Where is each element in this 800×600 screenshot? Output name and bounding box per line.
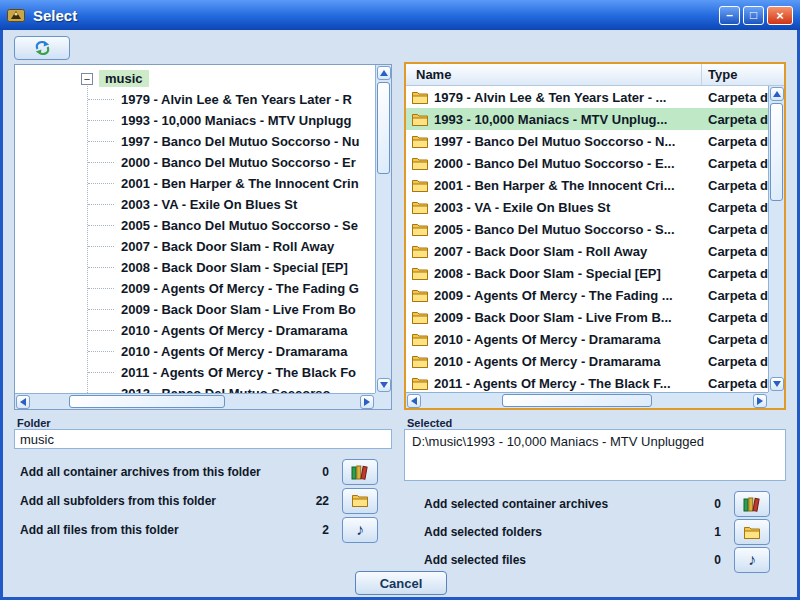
file-type: Carpeta de xyxy=(694,200,768,215)
action-label: Add selected files xyxy=(424,553,691,567)
action-label: Add all subfolders from this folder xyxy=(20,494,299,508)
list-row[interactable]: 2001 - Ben Harper & The Innocent Cri...C… xyxy=(406,174,768,196)
tree-item[interactable]: 2009 - Agents Of Mercy - The Fading G xyxy=(15,278,375,299)
tree-item[interactable]: 2005 - Banco Del Mutuo Soccorso - Se xyxy=(15,215,375,236)
folder-icon xyxy=(406,157,434,170)
column-header-name[interactable]: Name xyxy=(406,64,702,85)
list-row[interactable]: 2010 - Agents Of Mercy - DramaramaCarpet… xyxy=(406,350,768,372)
folder-icon xyxy=(406,223,434,236)
file-type: Carpeta de xyxy=(694,90,768,105)
tree-item[interactable]: 2009 - Back Door Slam - Live From Bo xyxy=(15,299,375,320)
list-row[interactable]: 2008 - Back Door Slam - Special [EP]Carp… xyxy=(406,262,768,284)
tree-item[interactable]: 2000 - Banco Del Mutuo Soccorso - Er xyxy=(15,152,375,173)
action-row: Add all subfolders from this folder22 xyxy=(20,486,378,515)
cancel-button[interactable]: Cancel xyxy=(355,571,447,595)
list-row[interactable]: 2007 - Back Door Slam - Roll AwayCarpeta… xyxy=(406,240,768,262)
minimize-button[interactable]: – xyxy=(719,6,740,25)
list-row[interactable]: 2005 - Banco Del Mutuo Soccorso - S...Ca… xyxy=(406,218,768,240)
arrow-down-icon xyxy=(773,381,781,387)
column-header-type[interactable]: Type xyxy=(702,64,737,85)
tree-item[interactable]: 2010 - Agents Of Mercy - Dramarama xyxy=(15,320,375,341)
add-all-archives-button[interactable] xyxy=(342,459,378,485)
folder-icon xyxy=(406,289,434,302)
add-selected-files-button[interactable]: ♪ xyxy=(734,547,770,573)
scroll-thumb[interactable] xyxy=(377,82,390,174)
list-horizontal-scrollbar[interactable] xyxy=(406,392,768,408)
scroll-left-button[interactable] xyxy=(16,395,30,409)
archive-icon xyxy=(743,496,761,512)
maximize-button[interactable]: □ xyxy=(743,6,764,25)
tree-item[interactable]: 1979 - Alvin Lee & Ten Years Later - R xyxy=(15,89,375,110)
window-controls: – □ × xyxy=(719,6,793,25)
close-icon: × xyxy=(776,9,784,22)
folder-input[interactable] xyxy=(14,429,392,449)
tree-horizontal-scrollbar[interactable] xyxy=(15,393,375,409)
file-type: Carpeta de xyxy=(694,112,768,127)
refresh-button[interactable] xyxy=(14,36,70,60)
folder-icon xyxy=(744,526,760,539)
add-all-files-button[interactable]: ♪ xyxy=(342,517,378,543)
scroll-thumb[interactable] xyxy=(502,394,652,407)
list-row[interactable]: 2011 - Agents Of Mercy - The Black F...C… xyxy=(406,372,768,392)
file-type: Carpeta de xyxy=(694,266,768,281)
tree-item[interactable]: 2012 - Banco Del Mutuo Soccorso xyxy=(15,383,375,393)
arrow-left-icon xyxy=(411,397,417,405)
tree-item[interactable]: 2010 - Agents Of Mercy - Dramarama xyxy=(15,341,375,362)
scroll-left-button[interactable] xyxy=(407,394,421,408)
tree-item[interactable]: 1997 - Banco Del Mutuo Soccorso - Nu xyxy=(15,131,375,152)
add-selected-archives-button[interactable] xyxy=(734,491,770,517)
scroll-right-button[interactable] xyxy=(753,394,767,408)
list-row[interactable]: 2009 - Back Door Slam - Live From B...Ca… xyxy=(406,306,768,328)
tree-item[interactable]: 2007 - Back Door Slam - Roll Away xyxy=(15,236,375,257)
app-icon xyxy=(7,6,27,24)
file-name: 1997 - Banco Del Mutuo Soccorso - N... xyxy=(434,134,694,149)
scroll-down-button[interactable] xyxy=(377,378,391,392)
add-all-subfolders-button[interactable] xyxy=(342,488,378,514)
selected-path-box[interactable]: D:\music\1993 - 10,000 Maniacs - MTV Unp… xyxy=(404,429,786,481)
list-row[interactable]: 2010 - Agents Of Mercy - DramaramaCarpet… xyxy=(406,328,768,350)
file-name: 2010 - Agents Of Mercy - Dramarama xyxy=(434,354,694,369)
scroll-thumb[interactable] xyxy=(770,103,783,201)
list-row[interactable]: 1979 - Alvin Lee & Ten Years Later - ...… xyxy=(406,86,768,108)
action-row: Add selected folders1 xyxy=(424,518,770,546)
file-type: Carpeta de xyxy=(694,222,768,237)
archive-icon xyxy=(351,464,369,480)
list-vertical-scrollbar[interactable] xyxy=(768,86,784,392)
list-header: Name Type xyxy=(406,64,784,86)
scroll-up-button[interactable] xyxy=(377,66,391,80)
tree-vertical-scrollbar[interactable] xyxy=(375,65,391,393)
folder-icon xyxy=(406,377,434,390)
note-icon: ♪ xyxy=(748,552,756,568)
tree-item[interactable]: 2001 - Ben Harper & The Innocent Crin xyxy=(15,173,375,194)
titlebar: Select – □ × xyxy=(0,0,800,30)
tree-item[interactable]: 2003 - VA - Exile On Blues St xyxy=(15,194,375,215)
folder-icon xyxy=(406,113,434,126)
close-button[interactable]: × xyxy=(767,6,793,25)
tree-root[interactable]: − music xyxy=(15,68,375,89)
arrow-up-icon xyxy=(773,91,781,97)
window-title: Select xyxy=(33,7,77,24)
file-type: Carpeta de xyxy=(694,288,768,303)
list-row[interactable]: 2009 - Agents Of Mercy - The Fading ...C… xyxy=(406,284,768,306)
scroll-down-button[interactable] xyxy=(770,377,784,391)
list-row[interactable]: 2000 - Banco Del Mutuo Soccorso - E...Ca… xyxy=(406,152,768,174)
tree-item[interactable]: 2008 - Back Door Slam - Special [EP] xyxy=(15,257,375,278)
list-row[interactable]: 1997 - Banco Del Mutuo Soccorso - N...Ca… xyxy=(406,130,768,152)
scroll-thumb[interactable] xyxy=(69,395,225,408)
arrow-right-icon xyxy=(364,398,370,406)
list-row[interactable]: 2003 - VA - Exile On Blues StCarpeta de xyxy=(406,196,768,218)
collapse-icon[interactable]: − xyxy=(81,73,93,85)
selection-actions: Add selected container archives0Add sele… xyxy=(424,490,770,574)
scroll-right-button[interactable] xyxy=(360,395,374,409)
action-count: 2 xyxy=(299,523,329,537)
file-name: 2009 - Agents Of Mercy - The Fading ... xyxy=(434,288,694,303)
scroll-up-button[interactable] xyxy=(770,87,784,101)
tree-item[interactable]: 1993 - 10,000 Maniacs - MTV Unplugg xyxy=(15,110,375,131)
tree-item[interactable]: 2011 - Agents Of Mercy - The Black Fo xyxy=(15,362,375,383)
add-selected-folders-button[interactable] xyxy=(734,519,770,545)
list-row[interactable]: 1993 - 10,000 Maniacs - MTV Unplug...Car… xyxy=(406,108,768,130)
file-name: 2009 - Back Door Slam - Live From B... xyxy=(434,310,694,325)
file-name: 2003 - VA - Exile On Blues St xyxy=(434,200,694,215)
action-count: 22 xyxy=(299,494,329,508)
arrow-down-icon xyxy=(380,382,388,388)
